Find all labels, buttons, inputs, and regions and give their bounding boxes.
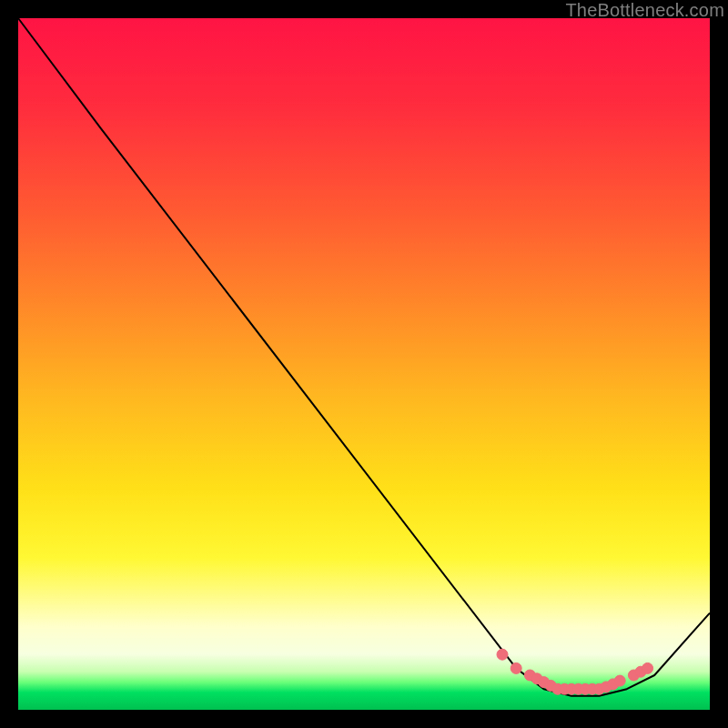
optimal-dot — [614, 675, 625, 686]
optimal-dot — [642, 662, 653, 673]
chart-frame — [18, 18, 710, 710]
optimal-dot — [497, 649, 508, 660]
plot-area — [18, 18, 710, 710]
watermark-text: TheBottleneck.com — [565, 0, 724, 21]
optimal-dot — [511, 662, 521, 673]
chart-svg — [18, 18, 710, 710]
bottleneck-curve-line — [18, 18, 710, 696]
